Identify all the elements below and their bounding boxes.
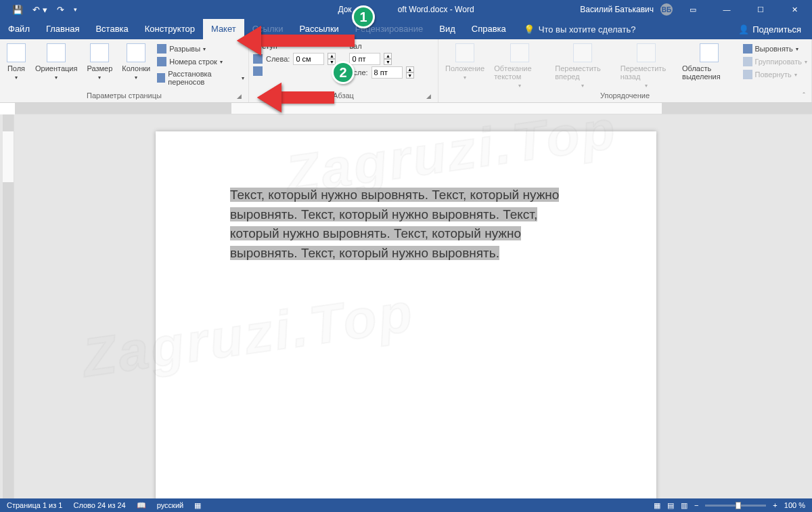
close-button[interactable]: ✕ — [781, 0, 808, 19]
margins-button[interactable]: Поля▾ — [4, 42, 28, 82]
margins-label: Поля — [7, 64, 25, 72]
group-button: Группировать ▾ — [743, 56, 808, 67]
save-icon[interactable]: 💾 — [12, 5, 23, 15]
zoom-level[interactable]: 100 % — [784, 501, 805, 509]
callout-1: 1 — [352, 5, 375, 28]
indent-left-input[interactable] — [293, 53, 324, 65]
group-arrange: Положение▾ Обтекание текстом▾ Переместит… — [438, 39, 812, 102]
size-button[interactable]: Размер▾ — [84, 42, 115, 82]
undo-icon[interactable]: ↶ ▾ — [32, 5, 47, 15]
collapse-ribbon-icon[interactable]: ˆ — [803, 91, 805, 100]
spacing-header: вал — [349, 42, 413, 50]
selected-text[interactable]: Текст, который нужно выровнять. Текст, к… — [230, 188, 559, 260]
page[interactable]: Текст, который нужно выровнять. Текст, к… — [156, 131, 656, 511]
status-language[interactable]: русский — [157, 501, 183, 509]
redo-icon[interactable]: ↷ — [57, 5, 64, 15]
indent-right-row — [253, 66, 336, 76]
page-setup-dialog-launcher[interactable]: ◢ — [237, 93, 242, 100]
title-text-left: Док — [338, 5, 351, 14]
share-label: Поделиться — [752, 24, 801, 35]
orientation-button[interactable]: Ориентация▾ — [32, 42, 80, 82]
page-setup-title: Параметры страницы — [87, 91, 162, 100]
line-numbers-icon — [157, 57, 166, 66]
document-text[interactable]: Текст, который нужно выровнять. Текст, к… — [230, 186, 582, 263]
align-button[interactable]: Выровнять ▾ — [743, 43, 808, 54]
title-text-right: oft Word.docx - Word — [398, 5, 474, 14]
spin-up[interactable]: ▲ — [384, 53, 392, 59]
share-button[interactable]: 👤 Поделиться — [738, 24, 812, 35]
align-icon — [743, 44, 752, 54]
ribbon-tabs: Файл Главная Вставка Конструктор Макет С… — [0, 19, 812, 39]
tab-home[interactable]: Главная — [38, 19, 87, 39]
ruler-vertical[interactable] — [3, 114, 14, 498]
spin-up[interactable]: ▲ — [328, 53, 336, 59]
spacing-after-row: осле: ▲▼ — [349, 66, 413, 79]
columns-label: Колонки — [122, 64, 150, 72]
tab-help[interactable]: Справка — [464, 19, 514, 39]
tell-me-label: Что вы хотите сделать? — [539, 24, 636, 35]
title-bar: 💾 ↶ ▾ ↷ ▾ Док oft Word.docx - Word Васил… — [0, 0, 812, 19]
bring-forward-button: Переместить вперед▾ — [552, 42, 613, 90]
lightbulb-icon: 💡 — [524, 24, 535, 35]
status-bar: Страница 1 из 1 Слово 24 из 24 📖 русский… — [0, 498, 812, 512]
tab-file[interactable]: Файл — [0, 19, 38, 39]
tell-me-search[interactable]: 💡 Что вы хотите сделать? — [524, 24, 636, 35]
line-numbers-button[interactable]: Номера строк ▾ — [157, 56, 244, 67]
share-icon: 👤 — [738, 24, 749, 35]
position-button: Положение▾ — [443, 42, 487, 82]
status-words[interactable]: Слово 24 из 24 — [73, 501, 125, 509]
user-name: Василий Батькавич — [580, 5, 654, 14]
tab-insert[interactable]: Вставка — [87, 19, 136, 39]
breaks-icon — [157, 44, 166, 54]
tab-design[interactable]: Конструктор — [137, 19, 203, 39]
maximize-button[interactable]: ☐ — [747, 0, 774, 19]
view-print-icon[interactable]: ▤ — [667, 501, 674, 510]
spacing-before-row: ▲▼ — [349, 53, 413, 65]
paragraph-title: Абзац — [333, 91, 354, 100]
quick-access-toolbar: 💾 ↶ ▾ ↷ ▾ — [0, 5, 77, 15]
paragraph-dialog-launcher[interactable]: ◢ — [426, 93, 431, 100]
selection-pane-button[interactable]: Область выделения — [679, 42, 738, 82]
send-backward-button: Переместить назад▾ — [618, 42, 675, 90]
spin-down[interactable]: ▼ — [384, 59, 392, 65]
indent-left-icon — [253, 54, 263, 64]
arrange-title: Упорядочение — [600, 91, 650, 100]
hyphenation-button[interactable]: Расстановка переносов ▾ — [157, 69, 244, 87]
spacing-before-input[interactable] — [349, 53, 380, 65]
spacing-after-input[interactable] — [371, 66, 403, 79]
indent-left-label: Слева: — [266, 55, 290, 63]
zoom-in-button[interactable]: + — [773, 501, 777, 509]
columns-button[interactable]: Колонки▾ — [119, 42, 153, 82]
ribbon: Поля▾ Ориентация▾ Размер▾ Колонки▾ Разры… — [0, 39, 812, 103]
document-area: Текст, который нужно выровнять. Текст, к… — [0, 114, 812, 498]
tab-view[interactable]: Вид — [431, 19, 464, 39]
rotate-icon — [743, 70, 752, 79]
group-page-setup: Поля▾ Ориентация▾ Размер▾ Колонки▾ Разры… — [0, 39, 249, 102]
ribbon-display-icon[interactable]: ▭ — [679, 0, 706, 19]
spellcheck-icon[interactable]: 📖 — [137, 501, 146, 510]
size-label: Размер — [87, 64, 112, 72]
spin-up[interactable]: ▲ — [406, 66, 414, 72]
spin-down[interactable]: ▼ — [406, 72, 414, 79]
group-icon — [743, 57, 752, 66]
zoom-out-button[interactable]: − — [694, 501, 698, 509]
orientation-label: Ориентация — [35, 64, 77, 72]
wrap-text-button: Обтекание текстом▾ — [491, 42, 548, 90]
rotate-button: Повернуть ▾ — [743, 69, 808, 80]
user-avatar[interactable]: ВБ — [660, 3, 673, 16]
minimize-button[interactable]: — — [713, 0, 740, 19]
status-page[interactable]: Страница 1 из 1 — [7, 501, 62, 509]
qat-customize-icon[interactable]: ▾ — [74, 6, 77, 13]
hyphenation-icon — [157, 73, 165, 83]
view-web-icon[interactable]: ▥ — [681, 501, 687, 510]
breaks-button[interactable]: Разрывы ▾ — [157, 43, 244, 54]
view-read-icon[interactable]: ▦ — [654, 501, 660, 510]
indent-left-row: Слева: ▲▼ — [253, 53, 336, 65]
zoom-slider[interactable] — [705, 505, 766, 507]
callout-2: 2 — [332, 61, 355, 84]
indent-right-icon — [253, 66, 263, 76]
ruler-horizontal[interactable] — [15, 103, 812, 114]
macro-icon[interactable]: ▦ — [194, 501, 201, 510]
